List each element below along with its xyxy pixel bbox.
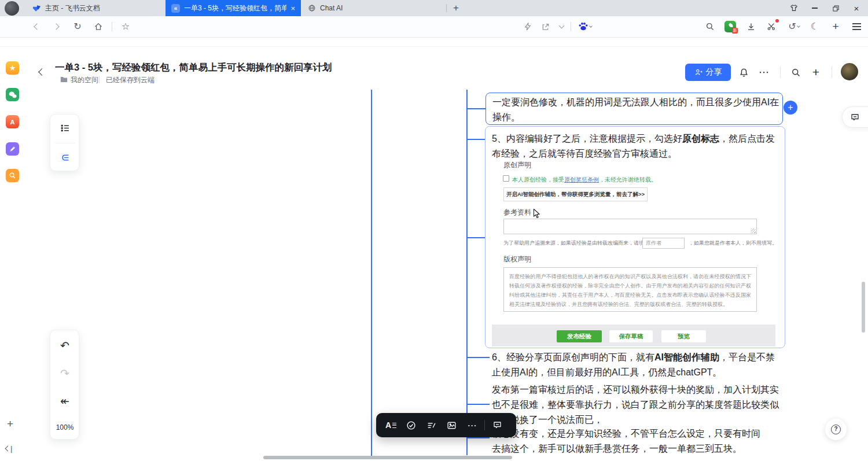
text-segment: 5、内容编辑好了之后，注意根据提示，勾选好	[492, 134, 682, 143]
doc-paragraph-line[interactable]: 操作。	[492, 110, 520, 125]
list-style-button[interactable]	[421, 413, 442, 437]
text-style-button[interactable]: A	[381, 413, 401, 437]
menu-button[interactable]	[848, 19, 865, 35]
close-tab-icon[interactable]: ×	[290, 5, 295, 12]
tab-feishu-home[interactable]: 主页 - 飞书云文档	[27, 0, 164, 16]
share-button[interactable]: 分享	[685, 64, 731, 81]
text-segment: 6、经验分享页面原创声明的下面，就有	[492, 352, 654, 362]
embed-checkbox-label: 本人原创经验，接受原创奖惩条例，未经允许谢绝转载。	[512, 173, 657, 184]
rewards-extension-button[interactable]: 新	[722, 19, 738, 35]
image-icon	[447, 421, 457, 430]
home-icon	[94, 22, 103, 31]
chevron-down-button[interactable]	[553, 19, 569, 35]
theme-skin-button[interactable]	[785, 0, 803, 16]
horizontal-scrollbar[interactable]	[263, 456, 512, 459]
home-button[interactable]	[90, 19, 106, 35]
forward-button[interactable]	[48, 19, 64, 35]
user-avatar[interactable]	[841, 63, 858, 80]
wechat-extension-icon[interactable]	[6, 88, 19, 101]
tab-chat-ai[interactable]: Chat AI	[302, 0, 446, 16]
doc-paragraph-line[interactable]: 也不是很难，整体要靠执行力，说白了跟之前分享的某度答题比较类似	[492, 397, 779, 412]
bookmark-button[interactable]: ☆	[117, 19, 134, 35]
embed-reference-textarea[interactable]	[503, 219, 757, 234]
minimize-button[interactable]	[806, 0, 824, 16]
embed-copyright-title: 版权声明	[503, 255, 531, 264]
search-extension-icon[interactable]	[6, 169, 19, 182]
add-comment-plus-button[interactable]: +	[784, 101, 797, 115]
undo-button[interactable]: ↶	[54, 335, 75, 356]
lightning-button[interactable]	[520, 19, 536, 35]
resize-handle[interactable]	[751, 228, 756, 233]
baidu-extension-button[interactable]	[575, 19, 595, 35]
doc-paragraph-line[interactable]: 5、内容编辑好了之后，注意根据提示，勾选好原创标志，然后点击发	[492, 131, 775, 146]
embed-preview-button[interactable]: 预览	[661, 330, 706, 342]
toolbar-separator	[112, 22, 112, 31]
doc-back-button[interactable]	[34, 64, 50, 80]
close-window-button[interactable]: ×	[847, 0, 866, 16]
notes-extension-icon[interactable]	[6, 142, 19, 156]
restore-button[interactable]	[826, 0, 845, 16]
embed-original-author-input[interactable]	[642, 238, 685, 249]
download-button[interactable]	[743, 19, 759, 35]
mindnote-view-button[interactable]	[54, 147, 75, 168]
floating-format-toolbar: A ⋯	[376, 413, 516, 437]
comment-pill-button[interactable]	[842, 106, 868, 128]
tab-current-doc[interactable]: « 一单3 - 5块，写经验领红包，简单易 ×	[165, 0, 301, 16]
toolbar-add-button[interactable]: +	[827, 19, 844, 35]
screenshot-button[interactable]	[763, 19, 779, 35]
collapse-sidebar-button[interactable]: |	[6, 444, 12, 453]
embed-ai-assist-banner[interactable]: 开启AI智能创作辅助，帮你获得更多浏览量，前去了解>>	[503, 187, 648, 201]
fit-width-button[interactable]: ↞	[54, 390, 75, 411]
breadcrumb[interactable]: 我的空间	[71, 75, 98, 85]
mouse-cursor	[533, 209, 541, 218]
zoom-level[interactable]: 100%	[54, 417, 75, 438]
feishu-icon	[32, 4, 41, 13]
doc-paragraph-line[interactable]: 止使用AI的，但目前最好用的AI工具，仍然是chatGPT。	[492, 365, 722, 380]
favorite-star-icon[interactable]: ☆	[289, 62, 297, 72]
doc-paragraph-line[interactable]: 核心没有变，还是分享知识经验，不管平台怎么设定，只要有时间	[492, 426, 760, 441]
doc-tab-icon: «	[171, 4, 180, 13]
comment-button[interactable]	[487, 413, 507, 437]
history-button[interactable]: ↺	[784, 19, 804, 35]
doc-paragraph-line[interactable]: 布经验，之后就等待百度经验官方审核通过。	[492, 146, 677, 161]
new-tab-button[interactable]: +	[449, 1, 463, 15]
reload-button[interactable]: ↻	[69, 19, 86, 35]
comment-icon	[850, 113, 860, 122]
browser-profile-avatar[interactable]	[5, 1, 19, 16]
breadcrumb-separator	[99, 76, 100, 83]
notifications-button[interactable]	[735, 64, 752, 80]
embed-rules-link[interactable]: 原创奖惩条例	[564, 176, 599, 183]
doc-paragraph-line[interactable]: 去搞这个，新手可以做新手悬赏任务，一般一单都三到五块。	[492, 441, 742, 456]
insert-image-button[interactable]	[442, 413, 462, 437]
embed-original-checkbox[interactable]	[503, 175, 509, 182]
dark-mode-button[interactable]: ☾	[807, 19, 823, 35]
outline-connector-line	[371, 90, 372, 457]
checkbox-list-button[interactable]	[401, 413, 421, 437]
create-new-button[interactable]: +	[808, 64, 824, 80]
doc-paragraph-line[interactable]: 6、经验分享页面原创声明的下面，就有AI智能创作辅助，平台是不禁	[492, 350, 775, 365]
favorites-extension-icon[interactable]: ★	[6, 61, 19, 75]
add-block-button[interactable]: +	[7, 418, 13, 430]
doc-outline-button[interactable]	[54, 117, 75, 138]
more-actions-button[interactable]: ⋯	[462, 413, 482, 437]
list-edit-icon	[426, 421, 436, 430]
view-switch-card	[50, 114, 79, 171]
share-page-button[interactable]	[537, 19, 553, 35]
tab-label: 一单3 - 5块，写经验领红包，简单易	[184, 3, 286, 13]
caret-icon	[589, 24, 593, 28]
doc-paragraph-line[interactable]: 一定要润色修改，机器的用词是无法跟人相比的，而且很多少使用AI在	[492, 95, 779, 110]
vertical-scrollbar[interactable]	[862, 282, 865, 333]
outline-connector-tick	[466, 108, 486, 109]
search-page-button[interactable]	[702, 19, 718, 35]
doc-paragraph-line[interactable]: 发布第一篇审核过后的话，还可以额外获得十块的奖励，加入计划其实	[492, 382, 779, 397]
redo-button[interactable]: ↷	[54, 363, 75, 383]
bell-icon	[739, 68, 749, 78]
translate-extension-icon[interactable]: A	[6, 115, 19, 128]
doc-search-button[interactable]	[788, 64, 804, 80]
more-options-button[interactable]: ⋯	[756, 64, 772, 80]
help-button[interactable]: ?	[825, 419, 847, 440]
back-button[interactable]	[29, 19, 45, 35]
embed-publish-button[interactable]: 发布经验	[557, 330, 602, 342]
embed-save-draft-button[interactable]: 保存草稿	[609, 330, 653, 342]
outline-tree-icon	[60, 153, 70, 163]
